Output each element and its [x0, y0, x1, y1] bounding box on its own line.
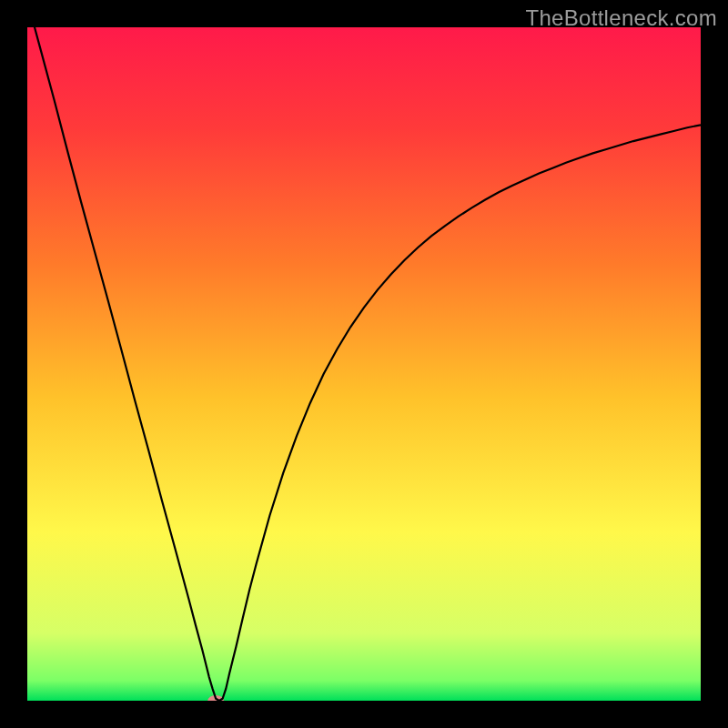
plot-area: [27, 27, 701, 701]
bottleneck-chart: [27, 27, 701, 701]
chart-stage: TheBottleneck.com: [0, 0, 728, 728]
gradient-background: [27, 27, 701, 701]
